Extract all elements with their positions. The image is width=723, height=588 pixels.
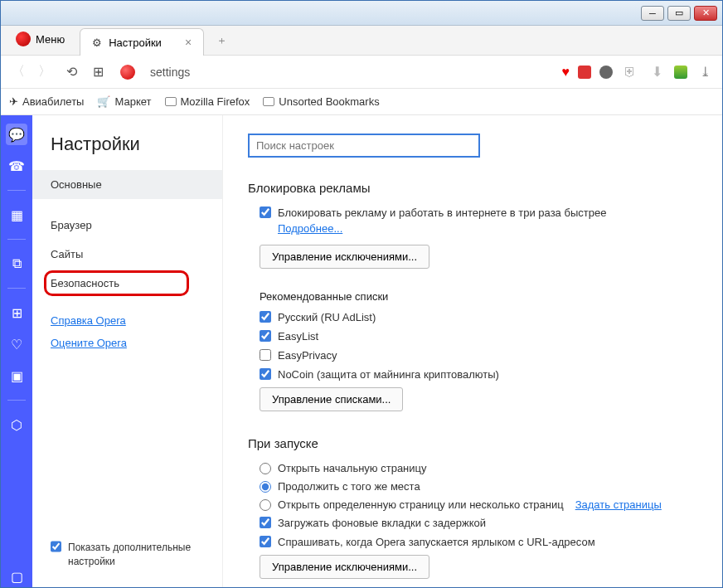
forward-button[interactable]: 〉 xyxy=(36,63,54,81)
manage-lists-button[interactable]: Управление списками... xyxy=(260,387,403,411)
startup-openstart-radio[interactable] xyxy=(260,463,271,474)
plane-icon: ✈ xyxy=(9,95,18,108)
heart-icon[interactable]: ♥ xyxy=(562,65,570,80)
bookmarks-bar: ✈Авиабилеты 🛒Маркет Mozilla Firefox Unso… xyxy=(1,89,722,115)
gear-icon: ⚙ xyxy=(92,36,102,49)
startup-continue-radio[interactable] xyxy=(260,481,271,493)
set-pages-link[interactable]: Задать страницы xyxy=(575,498,662,511)
bg-tabs-checkbox[interactable] xyxy=(260,517,271,528)
opera-badge-icon xyxy=(120,65,135,80)
opera-logo-icon xyxy=(16,32,31,46)
sidebar-toggle-icon[interactable]: ▢ xyxy=(6,566,27,587)
tab-label: Настройки xyxy=(109,36,162,49)
sidebar-item-sites[interactable]: Сайты xyxy=(32,240,222,269)
opera-help-link[interactable]: Справка Opera xyxy=(32,309,222,332)
sidebar-item-browser[interactable]: Браузер xyxy=(32,211,222,240)
news-icon[interactable]: ▣ xyxy=(6,365,27,386)
show-advanced-row[interactable]: Показать дополнительные настройки xyxy=(32,532,222,577)
shield-icon[interactable]: ⛨ xyxy=(621,63,639,81)
download-icon[interactable]: ⬇ xyxy=(648,63,666,81)
settings-sidebar: Настройки Основные Браузер Сайты Безопас… xyxy=(32,115,223,587)
tab-strip: Меню ⚙ Настройки × ＋ xyxy=(1,26,722,56)
tab-close-icon[interactable]: × xyxy=(185,36,192,49)
vk-icon[interactable]: ▦ xyxy=(6,204,27,226)
reload-button[interactable]: ⟲ xyxy=(62,63,80,81)
menu-label: Меню xyxy=(36,33,65,46)
new-tab-button[interactable]: ＋ xyxy=(211,30,232,51)
extensions-rail-icon[interactable]: ⬡ xyxy=(6,414,27,435)
folder-icon xyxy=(263,97,274,106)
address-input[interactable] xyxy=(143,62,554,82)
extension-icon[interactable] xyxy=(674,66,687,79)
sidebar-rail: 💬 ☎ ▦ ⧉ ⊞ ♡ ▣ ⬡ ▢ xyxy=(1,115,32,587)
bookmark-item[interactable]: ✈Авиабилеты xyxy=(9,95,84,108)
adblock-section-title: Блокировка рекламы xyxy=(248,181,697,195)
minimize-button[interactable]: ─ xyxy=(641,6,664,21)
show-advanced-label: Показать дополнительные настройки xyxy=(68,541,204,569)
adblock-enable-checkbox[interactable] xyxy=(260,207,271,218)
bookmark-folder[interactable]: Unsorted Bookmarks xyxy=(263,95,379,108)
startup-specific-radio[interactable] xyxy=(260,499,271,511)
bookmark-folder[interactable]: Mozilla Firefox xyxy=(165,95,250,108)
messenger-icon[interactable]: 💬 xyxy=(6,124,27,145)
bookmark-item[interactable]: 🛒Маркет xyxy=(97,95,151,108)
close-button[interactable]: ✕ xyxy=(694,6,717,21)
folder-icon xyxy=(165,97,177,106)
heart-rail-icon[interactable]: ♡ xyxy=(6,333,27,355)
speed-dial-icon[interactable]: ⊞ xyxy=(89,63,107,81)
downloads-icon[interactable]: ⤓ xyxy=(696,63,714,81)
show-advanced-checkbox[interactable] xyxy=(51,541,61,552)
cart-icon: 🛒 xyxy=(97,95,110,108)
back-button[interactable]: 〈 xyxy=(9,63,27,81)
speed-dial-rail-icon[interactable]: ⊞ xyxy=(6,302,27,323)
ask-url-checkbox[interactable] xyxy=(260,536,271,547)
sidebar-item-basic[interactable]: Основные xyxy=(32,170,222,199)
sidebar-item-security[interactable]: Безопасность xyxy=(32,269,222,298)
settings-main: Блокировка рекламы Блокировать рекламу и… xyxy=(223,115,722,587)
adblock-more-link[interactable]: Подробнее... xyxy=(278,222,697,235)
opera-menu-button[interactable]: Меню xyxy=(6,27,75,51)
startup-section-title: При запуске xyxy=(248,436,697,450)
list-easylist-checkbox[interactable] xyxy=(260,330,271,342)
adblock-lists-title: Рекомендованные списки xyxy=(260,290,697,303)
extension-icon[interactable] xyxy=(578,66,591,79)
snapshot-icon[interactable]: ⧉ xyxy=(6,253,27,275)
window-titlebar: ─ ▭ ✕ xyxy=(1,1,722,26)
whatsapp-icon[interactable]: ☎ xyxy=(6,155,27,177)
maximize-button[interactable]: ▭ xyxy=(667,6,691,21)
extension-icon[interactable] xyxy=(599,66,613,79)
settings-search-input[interactable] xyxy=(248,134,480,158)
tab-settings[interactable]: ⚙ Настройки × xyxy=(80,28,204,56)
list-nocoin-checkbox[interactable] xyxy=(260,368,271,380)
adblock-exceptions-button[interactable]: Управление исключениями... xyxy=(260,245,429,269)
rate-opera-link[interactable]: Оцените Opera xyxy=(32,332,222,354)
list-ru-checkbox[interactable] xyxy=(260,311,271,323)
startup-exceptions-button[interactable]: Управление исключениями... xyxy=(260,555,429,579)
address-bar: 〈 〉 ⟲ ⊞ ♥ ⛨ ⬇ ⤓ xyxy=(1,56,722,89)
adblock-enable-label: Блокировать рекламу и работать в интерне… xyxy=(278,207,606,219)
page-title: Настройки xyxy=(32,134,222,170)
list-easyprivacy-checkbox[interactable] xyxy=(260,349,271,361)
